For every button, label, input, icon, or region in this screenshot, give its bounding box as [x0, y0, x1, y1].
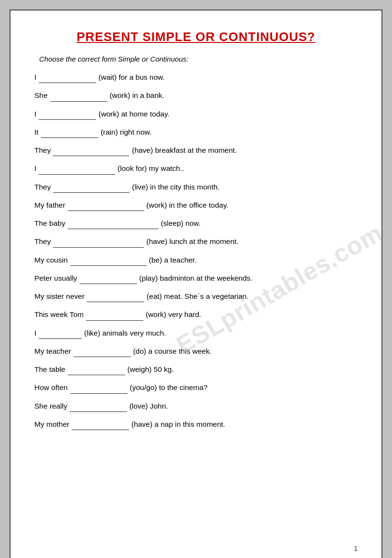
- answer-blank[interactable]: [86, 309, 143, 320]
- sentence-before: Peter usually: [34, 273, 77, 284]
- exercise-item: I (like) animals very much.: [34, 327, 358, 339]
- sentence-after: (work) in a bank.: [110, 90, 165, 101]
- answer-blank[interactable]: [68, 364, 125, 375]
- sentence-after: (have) lunch at the moment.: [146, 236, 238, 247]
- answer-blank[interactable]: [39, 163, 115, 174]
- sentence-before: She: [34, 90, 48, 101]
- sentence-before: My mother: [34, 419, 69, 430]
- answer-blank[interactable]: [50, 90, 107, 101]
- exercise-item: I (wait) for a bus now.: [34, 72, 358, 83]
- exercise-item: My father (work) in the office today.: [34, 200, 358, 211]
- worksheet-page: ESLprintables.com PRESENT SIMPLE OR CONT…: [10, 10, 382, 558]
- sentence-after: (work) at home today.: [98, 108, 170, 119]
- answer-blank[interactable]: [53, 145, 129, 156]
- exercise-item: They (have) breakfast at the moment.: [34, 145, 358, 156]
- exercise-item: The table (weigh) 50 kg.: [34, 364, 358, 375]
- sentence-after: (work) very hard.: [146, 309, 201, 320]
- answer-blank[interactable]: [70, 382, 127, 393]
- exercise-item: Peter usually (play) badminton at the we…: [34, 273, 358, 284]
- sentence-before: My sister never: [34, 291, 85, 302]
- sentence-after: (eat) meat. She´s a vegetarian.: [147, 291, 249, 302]
- answer-blank[interactable]: [70, 254, 147, 266]
- exercise-item: My sister never (eat) meat. She´s a vege…: [34, 291, 358, 302]
- sentence-before: She really: [34, 400, 67, 411]
- sentence-before: They: [34, 236, 51, 247]
- sentence-before: They: [34, 181, 51, 192]
- sentence-after: (rain) right now.: [101, 126, 152, 137]
- sentence-after: (have) breakfast at the moment.: [132, 145, 237, 156]
- answer-blank[interactable]: [41, 126, 98, 138]
- sentence-before: My father: [34, 200, 65, 211]
- sentence-before: How often: [34, 382, 68, 393]
- exercise-item: My cousin (be) a teacher.: [34, 254, 358, 266]
- sentence-after: (have) a nap in this moment.: [131, 419, 225, 430]
- exercise-item: It (rain) right now.: [34, 126, 358, 138]
- exercise-item: She really (love) John.: [34, 400, 358, 412]
- exercise-item: They (have) lunch at the moment.: [34, 236, 358, 247]
- sentence-before: The baby: [34, 218, 65, 229]
- page-number: 1: [354, 545, 358, 552]
- sentence-after: (wait) for a bus now.: [98, 72, 165, 83]
- exercise-item: She (work) in a bank.: [34, 90, 358, 101]
- exercise-item: My teacher (do) a course this week.: [34, 346, 358, 357]
- answer-blank[interactable]: [87, 291, 144, 302]
- sentence-before: The table: [34, 364, 65, 375]
- answer-blank[interactable]: [74, 346, 131, 357]
- page-title: PRESENT SIMPLE OR CONTINUOUS?: [34, 30, 358, 44]
- sentence-before: It: [34, 126, 39, 137]
- answer-blank[interactable]: [70, 400, 127, 412]
- answer-blank[interactable]: [68, 218, 159, 229]
- answer-blank[interactable]: [39, 327, 82, 339]
- answer-blank[interactable]: [72, 419, 129, 430]
- sentence-before: They: [34, 145, 51, 156]
- sentence-after: (do) a course this week.: [133, 346, 212, 357]
- answer-blank[interactable]: [80, 273, 137, 284]
- answer-blank[interactable]: [39, 72, 96, 83]
- instruction-text: Choose the correct form Simple or Contin…: [39, 55, 358, 63]
- sentence-after: (you/go) to the cinema?: [130, 382, 208, 393]
- sentence-after: (look for) my watch..: [117, 163, 184, 174]
- exercise-item: They (live) in the city this month.: [34, 181, 358, 193]
- sentence-after: (be) a teacher.: [149, 254, 197, 265]
- sentence-before: I: [34, 163, 36, 174]
- sentence-after: (weigh) 50 kg.: [127, 364, 174, 375]
- exercise-item: I (work) at home today.: [34, 108, 358, 120]
- sentence-before: My cousin: [34, 254, 68, 265]
- sentence-before: I: [34, 327, 36, 338]
- answer-blank[interactable]: [53, 236, 144, 247]
- exercise-item: My mother (have) a nap in this moment.: [34, 419, 358, 430]
- sentence-before: My teacher: [34, 346, 71, 357]
- answer-blank[interactable]: [68, 200, 144, 211]
- sentence-after: (work) in the office today.: [147, 200, 229, 211]
- answer-blank[interactable]: [53, 181, 129, 193]
- sentence-before: I: [34, 72, 36, 83]
- answer-blank[interactable]: [39, 108, 96, 120]
- exercise-item: This week Tom (work) very hard.: [34, 309, 358, 320]
- exercise-item: The baby (sleep) now.: [34, 218, 358, 229]
- sentence-after: (sleep) now.: [161, 218, 201, 229]
- exercise-item: How often (you/go) to the cinema?: [34, 382, 358, 393]
- sentence-after: (play) badminton at the weekends.: [139, 273, 253, 284]
- sentence-before: This week Tom: [34, 309, 84, 320]
- sentence-before: I: [34, 108, 36, 119]
- sentence-after: (live) in the city this month.: [132, 181, 219, 192]
- exercise-item: I (look for) my watch..: [34, 163, 358, 174]
- sentence-after: (love) John.: [129, 400, 168, 411]
- exercise-list: I (wait) for a bus now.She (work) in a b…: [34, 72, 358, 430]
- sentence-after: (like) animals very much.: [84, 327, 166, 338]
